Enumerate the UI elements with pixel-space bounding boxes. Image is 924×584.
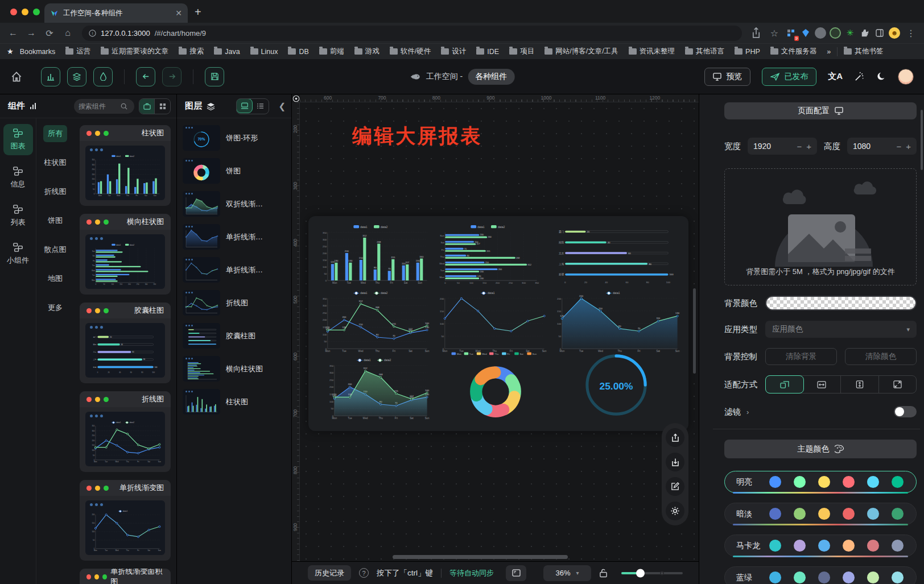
dark-mode-moon-icon[interactable] bbox=[876, 72, 886, 82]
zoom-slider[interactable] bbox=[621, 572, 683, 574]
theme-droplet-button[interactable] bbox=[93, 67, 113, 86]
bookmarks-overflow-chevron[interactable]: » bbox=[823, 47, 835, 57]
bookmarks-label[interactable]: Bookmarks bbox=[16, 47, 60, 57]
extension-green-star-icon[interactable]: ✳ bbox=[844, 27, 856, 39]
import-icon[interactable] bbox=[666, 453, 684, 471]
back-icon[interactable]: ← bbox=[6, 26, 20, 40]
publish-button[interactable]: 已发布 bbox=[762, 68, 816, 86]
extension-badge-icon[interactable]: 9 bbox=[785, 27, 797, 39]
menu-kebab-icon[interactable]: ⋮ bbox=[904, 26, 918, 40]
chart-capsule[interactable]: 厦门20南阳40北京60上海80新疆100020406080100 bbox=[552, 223, 680, 287]
layers-panel-button[interactable] bbox=[67, 67, 86, 86]
layer-item[interactable]: 单折线渐… bbox=[183, 257, 286, 283]
editor-canvas[interactable]: 6007008009001000110012001300 20030040050… bbox=[292, 94, 699, 584]
layer-item[interactable]: 单折线渐… bbox=[183, 224, 286, 250]
help-icon[interactable]: ? bbox=[359, 568, 369, 578]
component-search[interactable] bbox=[74, 99, 134, 114]
component-card[interactable]: 胶囊柱图 厦门20南阳40北京60上海80新疆100020406080100 bbox=[80, 303, 171, 383]
export-icon[interactable] bbox=[666, 428, 684, 447]
bookmark-star-icon[interactable]: ☆ bbox=[767, 26, 782, 40]
layer-item[interactable]: 柱状图 bbox=[183, 389, 286, 415]
theme-row[interactable]: 马卡龙 bbox=[724, 535, 917, 557]
layer-item[interactable]: 双折线渐… bbox=[183, 191, 286, 217]
category-item[interactable]: 地图 bbox=[43, 270, 67, 287]
fit-height-button[interactable] bbox=[841, 376, 879, 393]
bookmark-folder[interactable]: DB bbox=[284, 45, 312, 57]
home-icon[interactable] bbox=[10, 71, 23, 83]
filter-toggle[interactable] bbox=[894, 406, 917, 417]
undo-button[interactable] bbox=[136, 67, 155, 86]
increment-icon[interactable]: + bbox=[906, 142, 911, 151]
search-input[interactable] bbox=[79, 102, 118, 110]
layer-item[interactable]: 横向柱状图 bbox=[183, 356, 286, 382]
component-card[interactable]: 柱状图 050100150200250300350MonTueWedThuFri… bbox=[80, 125, 171, 206]
theme-row[interactable]: 明亮 bbox=[724, 471, 917, 493]
category-item[interactable]: 饼图 bbox=[43, 212, 67, 229]
sidebar-toggle-icon[interactable] bbox=[874, 27, 885, 39]
increment-icon[interactable]: + bbox=[806, 142, 811, 151]
clear-color-button[interactable]: 清除颜色 bbox=[845, 348, 917, 365]
category-item[interactable]: 折线图 bbox=[40, 183, 71, 200]
chart-panel-button[interactable] bbox=[41, 67, 60, 86]
bookmark-folder[interactable]: 项目 bbox=[505, 45, 538, 57]
decrement-icon[interactable]: − bbox=[896, 142, 901, 151]
visibility-eye-icon[interactable] bbox=[292, 95, 300, 102]
component-card[interactable]: 单折线渐变图 050100150200MonTueWedThuFriSatSun… bbox=[80, 480, 171, 561]
layer-item[interactable]: 饼图 bbox=[183, 158, 286, 184]
chart-progress-ring[interactable]: 25.00% bbox=[560, 345, 673, 425]
save-button[interactable] bbox=[205, 67, 224, 86]
minimize-window-button[interactable] bbox=[22, 9, 28, 15]
url-bar[interactable]: i 127.0.0.1:3000/#/chart/home/9 bbox=[82, 26, 742, 41]
user-avatar[interactable] bbox=[898, 69, 914, 85]
redo-button[interactable] bbox=[162, 67, 182, 86]
bookmark-folder[interactable]: 前端 bbox=[315, 45, 348, 57]
chart-donut[interactable]: MonTueWedThuFriSatSun bbox=[445, 351, 546, 424]
component-card[interactable]: 单折线渐变面积图 050100150200MonTueWedThuFriSatS… bbox=[80, 569, 171, 584]
bookmark-folder[interactable]: 其他语言 bbox=[681, 45, 728, 57]
preview-button[interactable]: 预览 bbox=[704, 68, 750, 86]
workspace-name-pill[interactable]: 各种组件 bbox=[468, 69, 514, 85]
sidebar-rail-item[interactable]: 信息 bbox=[3, 162, 33, 193]
extensions-puzzle-icon[interactable] bbox=[859, 27, 871, 39]
settings-gear-icon[interactable] bbox=[666, 502, 684, 520]
dashboard-title-text[interactable]: 编辑大屏报表 bbox=[352, 123, 482, 150]
theme-row[interactable]: 蓝绿 bbox=[724, 566, 917, 584]
extension-blue-icon[interactable] bbox=[800, 27, 811, 39]
toolbox-view-button[interactable] bbox=[139, 99, 155, 114]
bookmark-folder[interactable]: 资讯未整理 bbox=[625, 45, 679, 57]
language-translate-icon[interactable]: 文A bbox=[828, 71, 843, 82]
chart-line[interactable]: 050100150200250300350MonTueWedThuFriSatS… bbox=[317, 289, 430, 355]
panel-scrollbar[interactable] bbox=[921, 110, 923, 170]
component-card[interactable]: 折线图 050100150200250300350MonTueWedThuFri… bbox=[80, 391, 171, 472]
chart-double-area[interactable]: 050100150200250300350MonTueWedThuFriSatS… bbox=[324, 356, 430, 422]
theme-row[interactable]: 暗淡 bbox=[724, 503, 917, 525]
lock-icon[interactable] bbox=[599, 568, 608, 578]
bookmark-folder[interactable]: 文件服务器 bbox=[766, 45, 821, 57]
fit-width-button[interactable] bbox=[803, 376, 842, 393]
close-window-button[interactable] bbox=[10, 9, 17, 15]
other-bookmarks[interactable]: 其他书签 bbox=[840, 45, 887, 57]
share-icon[interactable] bbox=[749, 26, 764, 40]
extension-green-circle-icon[interactable] bbox=[830, 27, 841, 39]
home-icon[interactable]: ⌂ bbox=[60, 26, 75, 40]
page-config-header[interactable]: 页面配置 bbox=[724, 102, 917, 119]
grid-view-button[interactable] bbox=[155, 99, 170, 114]
fit-scale-button[interactable] bbox=[765, 375, 804, 394]
horizontal-scrollbar[interactable] bbox=[393, 555, 568, 559]
bookmark-folder[interactable]: 搜索 bbox=[175, 45, 208, 57]
extension-grey-icon[interactable] bbox=[815, 27, 826, 39]
tab-close-icon[interactable]: ✕ bbox=[175, 9, 182, 18]
collapse-panel-chevron[interactable]: ❮ bbox=[278, 101, 286, 111]
bookmark-folder[interactable]: 运营 bbox=[61, 45, 94, 57]
bookmark-folder[interactable]: 软件/硬件 bbox=[386, 45, 435, 57]
profile-avatar-icon[interactable]: ☻ bbox=[889, 27, 900, 39]
sidebar-rail-item[interactable]: 小组件 bbox=[3, 238, 33, 270]
chart-gradient-line[interactable]: 050100150200MonTueWedThuFriSatSundata1 bbox=[435, 289, 547, 355]
layer-item[interactable]: 胶囊柱图 bbox=[183, 323, 286, 349]
edit-icon[interactable] bbox=[666, 477, 684, 496]
zoom-select[interactable]: 36%▾ bbox=[543, 565, 591, 581]
chevron-right-icon[interactable]: › bbox=[746, 408, 749, 416]
layer-item[interactable]: 70% 饼图-环形 bbox=[183, 125, 286, 151]
magic-wand-icon[interactable] bbox=[854, 71, 865, 82]
bookmark-folder[interactable]: IDE bbox=[472, 45, 503, 57]
